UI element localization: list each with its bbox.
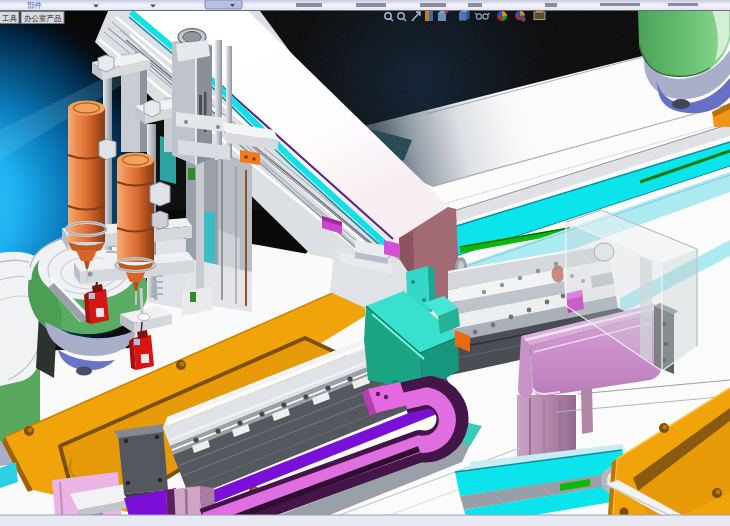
- svg-text:办公室产品: 办公室产品: [24, 14, 62, 23]
- svg-text:工具: 工具: [2, 14, 18, 23]
- svg-text:部件: 部件: [27, 1, 43, 10]
